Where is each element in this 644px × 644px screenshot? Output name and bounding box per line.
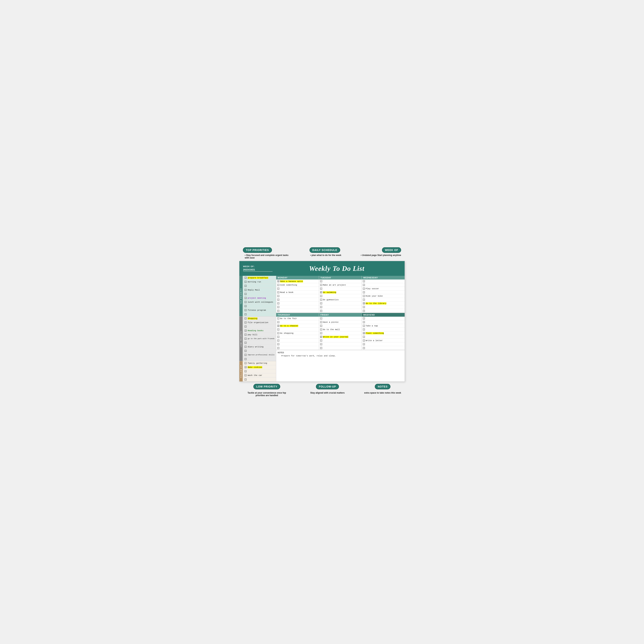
checkbox[interactable]: □ (277, 288, 279, 290)
checkbox[interactable]: □ (363, 288, 365, 290)
checkbox[interactable]: □ (363, 321, 365, 323)
checkbox[interactable]: □ (363, 291, 365, 293)
checkbox[interactable]: □ (277, 299, 279, 301)
checkbox[interactable]: ☑ (363, 332, 365, 334)
checkbox[interactable]: □ (363, 280, 365, 282)
checkbox[interactable]: □ (363, 328, 365, 330)
checkbox[interactable]: □ (363, 339, 365, 342)
checkbox[interactable]: □ (363, 284, 365, 286)
checkbox[interactable]: □ (320, 317, 322, 319)
checkbox[interactable]: □ (277, 332, 279, 334)
checkbox[interactable]: □ (277, 284, 279, 286)
checkbox[interactable]: □ (363, 325, 365, 327)
list-item: ☑ Plant something (362, 331, 405, 335)
daily-schedule-section: DAILY SCHEDULE plan what to do for the w… (308, 247, 341, 259)
checkbox[interactable]: □ (363, 310, 365, 312)
checkbox[interactable]: □ (245, 285, 247, 287)
checkbox[interactable]: □ (363, 347, 365, 349)
checkbox[interactable]: □ (277, 347, 279, 349)
checkbox[interactable]: □ (320, 302, 322, 304)
checkbox[interactable]: □ (320, 347, 322, 349)
checkbox[interactable]: □ (363, 336, 365, 338)
checkbox[interactable]: ☑ (277, 325, 279, 327)
item-text: Read a book (280, 291, 293, 293)
checkbox[interactable]: □ (245, 305, 247, 307)
checkbox[interactable]: □ (320, 321, 322, 323)
list-item: □ Read a book (276, 291, 319, 294)
item-text: go to the park with friends (248, 338, 275, 340)
checkbox[interactable]: □ (277, 328, 279, 330)
checkbox[interactable]: □ (245, 374, 247, 376)
checkbox[interactable]: □ (320, 280, 322, 282)
list-item: □ (276, 339, 319, 342)
checkbox[interactable]: □ (320, 288, 322, 290)
checkbox[interactable]: ☑ (363, 302, 365, 304)
checkbox[interactable]: □ (245, 338, 247, 340)
checkbox[interactable]: □ (277, 310, 279, 312)
checkbox[interactable]: □ (320, 339, 322, 342)
checkbox[interactable]: □ (245, 313, 247, 315)
checkbox[interactable]: □ (245, 321, 247, 323)
list-item: □ (276, 335, 319, 339)
week-of-desc: Undated page Start planning anytime (359, 254, 401, 256)
checkbox[interactable]: □ (277, 321, 279, 323)
checkbox[interactable]: □ (277, 295, 279, 297)
checkbox[interactable]: ☑ (320, 336, 322, 338)
notes-section: NOTES Prepare for tomorrow's work, relax… (276, 350, 405, 365)
checkbox[interactable]: □ (245, 289, 247, 291)
checkbox[interactable]: □ (245, 334, 247, 336)
checkbox[interactable]: □ (245, 342, 247, 344)
list-item: □ (276, 287, 319, 291)
checkbox[interactable]: □ (245, 370, 247, 372)
checkbox[interactable]: ☑ (320, 291, 322, 293)
checkbox[interactable]: □ (277, 336, 279, 338)
list-item: □ (362, 279, 405, 283)
item-text: pay bill (248, 334, 257, 336)
checkbox[interactable]: □ (320, 310, 322, 312)
checkbox[interactable]: ☑ (245, 297, 247, 299)
checkbox[interactable]: □ (363, 295, 365, 297)
checkbox[interactable]: □ (245, 350, 247, 352)
checkbox[interactable]: □ (320, 295, 322, 297)
item-text: Write in your journal (323, 336, 348, 338)
checkbox[interactable]: □ (245, 293, 247, 295)
list-item: □ (362, 335, 405, 339)
notes-bottom-desc: extra space to take notes this week (364, 392, 401, 394)
checkbox[interactable]: □ (320, 299, 322, 301)
checkbox[interactable]: □ (245, 281, 247, 283)
list-item: □ Do gymnastics (319, 298, 362, 302)
checkbox[interactable]: □ (363, 317, 365, 319)
checkbox[interactable]: □ (320, 325, 322, 327)
checkbox[interactable]: ☑ (277, 280, 279, 282)
checkbox[interactable]: □ (245, 354, 247, 356)
checkbox[interactable]: □ (245, 317, 247, 319)
checkbox[interactable]: □ (277, 317, 279, 319)
list-item: □ (319, 346, 362, 350)
item-text: Play soccer (366, 288, 379, 290)
checkbox[interactable]: □ (245, 358, 247, 360)
checkbox[interactable]: □ (245, 378, 247, 381)
checkbox[interactable]: □ (245, 362, 247, 364)
checkbox[interactable]: □ (363, 306, 365, 308)
schedule-grid-bottom: THURSDAY □ Go to the fair □ ☑ Go to a th… (276, 313, 405, 350)
checkbox[interactable]: □ (245, 309, 247, 311)
checkbox[interactable]: □ (245, 325, 247, 328)
checkbox[interactable]: □ (320, 328, 322, 330)
checkbox[interactable]: □ (320, 332, 322, 334)
checkbox[interactable]: □ (320, 306, 322, 308)
checkbox[interactable]: □ (320, 284, 322, 286)
checkbox[interactable]: □ (277, 302, 279, 304)
checkbox[interactable]: □ (277, 343, 279, 345)
checkbox[interactable]: ☑ (245, 330, 247, 332)
checkbox[interactable]: □ (363, 343, 365, 345)
checkbox[interactable]: ☑ (245, 277, 247, 279)
checkbox[interactable]: □ (363, 299, 365, 301)
followup-bottom-badge: FOLLOW-UP (316, 384, 339, 389)
checkbox[interactable]: □ (277, 306, 279, 308)
checkbox[interactable]: □ (245, 301, 247, 303)
checkbox[interactable]: ☑ (245, 366, 247, 368)
checkbox[interactable]: □ (245, 346, 247, 348)
checkbox[interactable]: □ (277, 291, 279, 293)
checkbox[interactable]: □ (320, 343, 322, 345)
checkbox[interactable]: □ (277, 339, 279, 342)
